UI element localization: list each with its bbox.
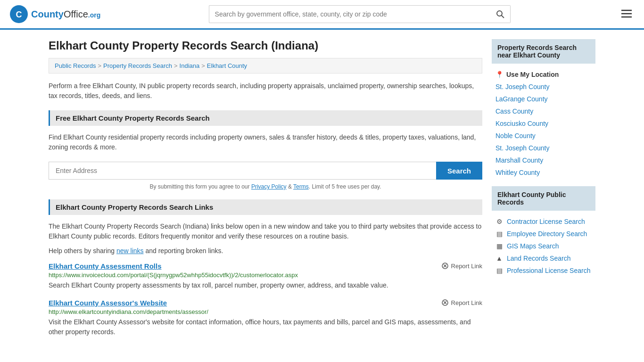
main-container: Elkhart County Property Records Search (… bbox=[39, 30, 605, 355]
hamburger-menu-button[interactable] bbox=[619, 7, 635, 22]
link-title-assessor-website[interactable]: Elkhart County Assessor's Website bbox=[49, 299, 167, 307]
report-icon-1 bbox=[441, 262, 449, 270]
link-title-assessment-rolls[interactable]: Elkhart County Assessment Rolls bbox=[49, 262, 162, 270]
address-input[interactable] bbox=[49, 162, 436, 180]
header-search-area bbox=[209, 5, 511, 23]
links-description: The Elkhart County Property Records Sear… bbox=[49, 222, 482, 241]
logo-area: C CountyOffice.org bbox=[9, 5, 100, 24]
header-search-input[interactable] bbox=[209, 5, 490, 23]
sidebar-item-marshall[interactable]: Marshall County bbox=[492, 154, 595, 166]
header-search-button[interactable] bbox=[490, 5, 511, 23]
header: C CountyOffice.org bbox=[0, 0, 644, 30]
logo-text: CountyOffice.org bbox=[31, 9, 100, 20]
search-icon bbox=[496, 10, 504, 18]
page-title: Elkhart County Property Records Search (… bbox=[49, 39, 482, 52]
breadcrumb-sep-3: > bbox=[201, 62, 205, 69]
link-entry-assessor-website: Elkhart County Assessor's Website Report… bbox=[49, 299, 482, 337]
link-desc-2: Visit the Elkhart County Assessor's webs… bbox=[49, 317, 482, 337]
property-search-form: Search bbox=[49, 162, 482, 180]
land-icon: ▲ bbox=[495, 255, 503, 262]
logo-icon: C bbox=[9, 5, 28, 24]
hamburger-icon bbox=[620, 9, 633, 18]
new-links-link[interactable]: new links bbox=[116, 247, 144, 255]
sidebar: Property Records Search near Elkhart Cou… bbox=[492, 39, 595, 346]
link-entry-assessment-rolls: Elkhart County Assessment Rolls Report L… bbox=[49, 262, 482, 290]
breadcrumb-sep-1: > bbox=[98, 62, 101, 69]
location-pin-icon: 📍 bbox=[495, 71, 504, 78]
sidebar-item-lagrange[interactable]: LaGrange County bbox=[492, 93, 595, 105]
breadcrumb: Public Records > Property Records Search… bbox=[49, 58, 482, 74]
privacy-policy-link[interactable]: Privacy Policy bbox=[251, 183, 287, 190]
sidebar-nearby-header: Property Records Search near Elkhart Cou… bbox=[492, 39, 595, 64]
link-url-1: https://www.invoicecloud.com/portal/(S(j… bbox=[49, 272, 482, 279]
report-link-button-2[interactable]: Report Link bbox=[441, 299, 482, 306]
sidebar-contractor-license[interactable]: ⚙ Contractor License Search bbox=[492, 215, 595, 228]
page-description: Perform a free Elkhart County, IN public… bbox=[49, 81, 482, 101]
breadcrumb-property-records-search[interactable]: Property Records Search bbox=[103, 62, 172, 69]
sidebar-item-noble[interactable]: Noble County bbox=[492, 130, 595, 142]
report-link-button-1[interactable]: Report Link bbox=[441, 262, 482, 270]
breadcrumb-sep-2: > bbox=[174, 62, 178, 69]
link-entry-header-1: Elkhart County Assessment Rolls Report L… bbox=[49, 262, 482, 270]
links-section-header: Elkhart County Property Records Search L… bbox=[49, 199, 482, 215]
sidebar-public-records-header: Elkhart County Public Records bbox=[492, 186, 595, 211]
sidebar-gis-maps[interactable]: ▦ GIS Maps Search bbox=[492, 240, 595, 252]
sidebar-item-st-joseph-2[interactable]: St. Joseph County bbox=[492, 142, 595, 154]
content-area: Elkhart County Property Records Search (… bbox=[49, 39, 482, 346]
license-icon: ▤ bbox=[495, 267, 503, 274]
sidebar-professional-license[interactable]: ▤ Professional License Search bbox=[492, 264, 595, 277]
link-desc-1: Search Elkhart County property assessmen… bbox=[49, 280, 482, 290]
map-icon: ▦ bbox=[495, 242, 503, 250]
free-search-section-header: Free Elkhart County Property Records Sea… bbox=[49, 110, 482, 126]
free-search-description: Find Elkhart County residential property… bbox=[49, 132, 482, 152]
sidebar-item-kosciusko[interactable]: Kosciusko County bbox=[492, 117, 595, 130]
sidebar-item-st-joseph-1[interactable]: St. Joseph County bbox=[492, 81, 595, 93]
sidebar-item-whitley[interactable]: Whitley County bbox=[492, 166, 595, 179]
share-line: Help others by sharing new links and rep… bbox=[49, 247, 482, 255]
svg-point-2 bbox=[497, 11, 502, 16]
sidebar-land-records[interactable]: ▲ Land Records Search bbox=[492, 252, 595, 264]
directory-icon: ▤ bbox=[495, 230, 503, 238]
sidebar-employee-directory[interactable]: ▤ Employee Directory Search bbox=[492, 228, 595, 240]
terms-link[interactable]: Terms bbox=[293, 183, 309, 190]
form-disclaimer: By submitting this form you agree to our… bbox=[49, 183, 482, 190]
link-url-2: http://www.elkartcountyindiana.com/depar… bbox=[49, 308, 482, 315]
sidebar-item-cass[interactable]: Cass County bbox=[492, 105, 595, 117]
breadcrumb-public-records[interactable]: Public Records bbox=[55, 62, 96, 69]
report-icon-2 bbox=[441, 299, 449, 306]
search-button[interactable]: Search bbox=[436, 162, 482, 180]
sidebar-use-location[interactable]: 📍 Use My Location bbox=[492, 68, 595, 81]
svg-line-3 bbox=[501, 16, 504, 18]
gear-icon: ⚙ bbox=[495, 218, 503, 225]
svg-text:C: C bbox=[16, 10, 22, 19]
link-entry-header-2: Elkhart County Assessor's Website Report… bbox=[49, 299, 482, 307]
breadcrumb-elkhart-county[interactable]: Elkhart County bbox=[207, 62, 247, 69]
breadcrumb-indiana[interactable]: Indiana bbox=[180, 62, 200, 69]
